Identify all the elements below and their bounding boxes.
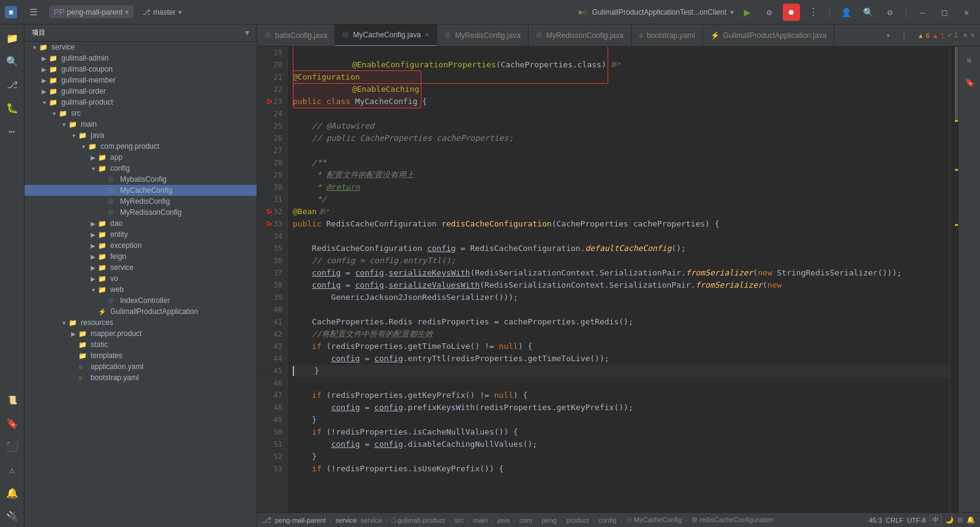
sidebar-item-admin[interactable]: ▶ 📁 gulimall-admin	[24, 53, 257, 64]
sidebar-item-service2[interactable]: ▶ 📁 service	[24, 262, 257, 273]
expand-arrow: ▾	[29, 44, 39, 51]
notifications-icon[interactable]: 🔔	[1, 482, 23, 504]
code-editor[interactable]: @EnableConfigurationProperties(CacheProp…	[288, 47, 949, 512]
plugin-icon[interactable]: 🔌	[1, 505, 23, 527]
more-button[interactable]: ⋮	[805, 4, 822, 21]
code-line-43: if (redisProperties.getTimeToLive() != n…	[293, 340, 949, 353]
code-line-22: @EnableCaching	[293, 83, 949, 95]
terminal-icon[interactable]: ⬛	[1, 435, 23, 457]
sidebar-item-coupon[interactable]: ▶ 📁 gulimall-coupon	[24, 64, 257, 75]
sidebar-item-bootstrap-yaml[interactable]: ≡ bootstrap.yaml	[24, 372, 257, 383]
sidebar-item-config[interactable]: ▾ 📁 config	[24, 163, 257, 174]
sidebar-item-templates[interactable]: 📁 templates	[24, 350, 257, 361]
tab-gulimall-app[interactable]: ⚡ GulimallProductApplication.java	[703, 24, 835, 47]
sidebar-item-static[interactable]: 📁 static	[24, 339, 257, 350]
expand-arrow: ▶	[39, 55, 49, 62]
user-button[interactable]: 👤	[837, 4, 854, 21]
sidebar-item-dao[interactable]: ▶ 📁 dao	[24, 218, 257, 229]
line-numbers: 19 20 21 22 🫘23 24 25 26 27 28 29 30 31 …	[257, 47, 288, 512]
sidebar-item-indexcontroller[interactable]: ☉ IndexController	[24, 295, 257, 306]
sidebar-item-mapper[interactable]: ▶ 📁 mapper.product	[24, 328, 257, 339]
sidebar-item-java[interactable]: ▾ 📁 java	[24, 130, 257, 141]
expand-arrow: ▶	[88, 154, 98, 161]
tab-mybatisconfig[interactable]: ☉ batisConfig.java	[257, 24, 335, 47]
minimize-button[interactable]: —	[914, 4, 931, 21]
sidebar-item-app[interactable]: ▶ 📁 app	[24, 152, 257, 163]
sidebar-item-member[interactable]: ▶ 📁 gulimall-member	[24, 75, 257, 86]
folder-icon-entity: 📁	[98, 231, 108, 239]
status-config: config	[598, 517, 616, 524]
settings-gear-button[interactable]: ⚙	[881, 4, 899, 21]
bookmark-icon[interactable]: 🔖	[1, 412, 23, 434]
close-button[interactable]: ✕	[958, 4, 975, 21]
tab-myredissonconfig[interactable]: ☉ MyRedissonConfig.java	[529, 24, 631, 47]
sidebar-item-exception[interactable]: ▶ 📁 exception	[24, 240, 257, 251]
settings-button[interactable]: ⚙	[761, 4, 778, 21]
java-file-icon: ☉	[108, 176, 118, 184]
status-linesep[interactable]: CRLF	[886, 517, 903, 524]
issues-icon[interactable]: ⚠	[1, 458, 23, 480]
code-line-30: * @return	[293, 181, 949, 193]
sidebar-item-myredisconfig[interactable]: ☉ MyRedisConfig	[24, 196, 257, 207]
notification-icon[interactable]: 🔔	[967, 516, 975, 524]
expand-arrow: ▶	[88, 275, 98, 282]
sidebar-item-myredissonconfig[interactable]: ☉ MyRedissonConfig	[24, 207, 257, 218]
git-icon[interactable]: ⎇	[1, 73, 23, 95]
code-line-46	[293, 377, 949, 389]
git-history-icon[interactable]: 📜	[1, 389, 23, 411]
sidebar-item-resources[interactable]: ▾ 📁 resources	[24, 317, 257, 328]
status-project: peng-mall-parent	[275, 517, 326, 524]
indent-icon[interactable]: ⊞	[957, 516, 963, 524]
folder-icon[interactable]: 📁	[1, 27, 23, 49]
sidebar-item-main[interactable]: ▾ 📁 main	[24, 119, 257, 130]
sidebar-item-gulimall-app[interactable]: ⚡ GulimallProductApplication	[24, 306, 257, 317]
bookmark-right-icon[interactable]: 🔖	[959, 71, 981, 93]
sidebar-item-web[interactable]: ▾ 📁 web	[24, 284, 257, 295]
run-button[interactable]: ▶	[739, 4, 756, 21]
debug-icon[interactable]: 🐛	[1, 97, 23, 119]
status-encoding[interactable]: UTF-8	[907, 517, 926, 524]
expand-arrow: ▾	[49, 110, 59, 117]
sidebar-dropdown-icon[interactable]: ▾	[245, 28, 249, 37]
status-java: java	[497, 517, 510, 524]
close-tab-mycache[interactable]: ✕	[424, 31, 429, 38]
maximize-button[interactable]: □	[936, 4, 953, 21]
search-icon[interactable]: 🔍	[1, 50, 23, 72]
folder-icon-src: 📁	[59, 110, 69, 118]
record-button[interactable]: ⏺	[783, 4, 800, 21]
vcs-icon: ⎇	[262, 515, 271, 525]
expand-arrow: ▾	[78, 143, 88, 150]
lang-icon[interactable]: 中	[930, 515, 941, 525]
yaml-icon-bootstrap: ≡	[78, 374, 88, 381]
search-button[interactable]: 🔍	[859, 4, 876, 21]
yaml-icon: ≡	[78, 363, 88, 370]
hamburger-icon[interactable]: ☰	[22, 1, 44, 23]
sidebar-item-application-yaml[interactable]: ≡ application.yaml	[24, 361, 257, 372]
status-peng: peng	[541, 517, 556, 524]
sidebar-item-product[interactable]: ▾ 📁 gulimall-product	[24, 97, 257, 108]
sidebar-item-mycacheconfig[interactable]: ☉ MyCacheConfig	[24, 185, 257, 196]
branch-selector[interactable]: ⎇ master ▾	[138, 6, 186, 18]
sidebar-item-service[interactable]: ▾ 📁 service	[24, 42, 257, 53]
structure-icon[interactable]: ≋	[959, 49, 981, 71]
sidebar-item-order[interactable]: ▶ 📁 gulimall-order	[24, 86, 257, 97]
moon-icon[interactable]: 🌙	[945, 516, 954, 524]
java-file-icon: ☉	[108, 187, 118, 195]
tab-mycacheconfig[interactable]: ☉ MyCacheConfig.java ✕	[335, 24, 437, 47]
scrollbar-minimap[interactable]	[949, 47, 958, 512]
tab-bootstrap-yaml[interactable]: ≡ bootstrap.yaml	[631, 24, 703, 47]
sidebar-item-src[interactable]: ▾ 📁 src	[24, 108, 257, 119]
tab-more[interactable]: ⋮	[895, 31, 913, 40]
tab-dropdown[interactable]: ▾	[881, 31, 895, 40]
project-selector[interactable]: PP peng-mall-parent ▾	[49, 6, 134, 18]
tab-myredisconfig[interactable]: ☉ MyRedisConfig.java	[437, 24, 529, 47]
sidebar-item-vo[interactable]: ▶ 📁 vo	[24, 273, 257, 284]
sidebar-item-entity[interactable]: ▶ 📁 entity	[24, 229, 257, 240]
code-line-45: }	[293, 365, 949, 377]
sidebar-item-mybatisconfig[interactable]: ☉ MybatisConfig	[24, 174, 257, 185]
more-tools-icon[interactable]: ⋯	[1, 120, 23, 142]
sidebar-item-feign[interactable]: ▶ 📁 feign	[24, 251, 257, 262]
app-logo: ▣	[5, 6, 17, 18]
sidebar-item-com-peng[interactable]: ▾ 📁 com.peng.product	[24, 141, 257, 152]
status-position[interactable]: 45:3	[869, 517, 882, 524]
